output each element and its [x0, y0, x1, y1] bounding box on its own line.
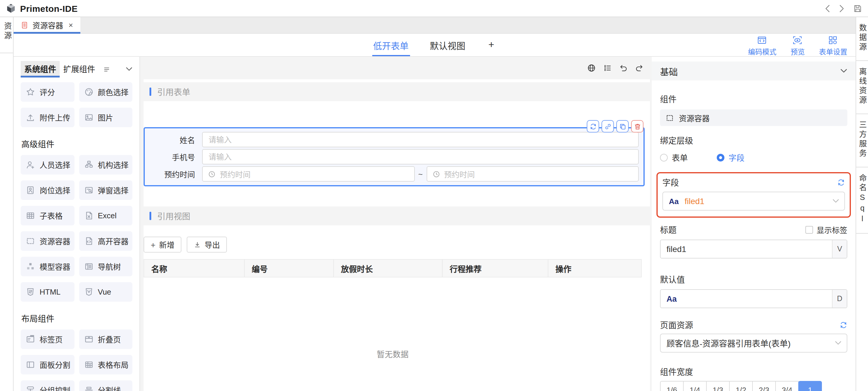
right-rail-item-offline-resources[interactable]: 离线资源: [856, 61, 868, 114]
palette-item-html[interactable]: HTML: [21, 282, 74, 302]
width-option-1-3[interactable]: 1/3: [706, 381, 730, 391]
palette-item-nav-tree[interactable]: 导航树: [79, 257, 132, 276]
palette-item-color-picker[interactable]: 颜色选择: [79, 82, 132, 102]
radio-field[interactable]: 字段: [717, 151, 773, 163]
tab-lowcode-form[interactable]: 低开表单: [373, 34, 409, 56]
width-option-3-4[interactable]: 3/4: [775, 381, 799, 391]
title-variable-button[interactable]: V: [832, 240, 847, 258]
redo-button[interactable]: [635, 64, 644, 72]
inspector-header[interactable]: 基础: [652, 61, 856, 80]
dashed-container-icon: [26, 236, 35, 246]
palette-item-excel[interactable]: Excel: [79, 206, 132, 225]
undo-button[interactable]: [619, 64, 627, 72]
download-icon: [194, 241, 201, 248]
palette-item-vue[interactable]: Vue: [79, 282, 132, 302]
section-referenced-view: 引用视图: [144, 206, 650, 225]
outline-list-icon: [603, 64, 612, 72]
width-option-1-2[interactable]: 1/2: [729, 381, 753, 391]
palette-item-subtable[interactable]: 子表格: [21, 206, 74, 225]
palette-item-collapse-page[interactable]: 折叠页: [79, 330, 132, 349]
palette-item-group-control[interactable]: 分组控制: [21, 380, 74, 391]
top-bar: Primeton-IDE: [0, 0, 868, 17]
width-option-full[interactable]: 1: [798, 381, 822, 391]
form-settings-button[interactable]: 表单设置: [819, 35, 847, 56]
clock-icon: [208, 170, 216, 178]
palette-item-attachment-upload[interactable]: 附件上传: [21, 108, 74, 127]
component-palette: 系统组件 扩展组件 评分: [13, 57, 140, 391]
name-input[interactable]: [202, 132, 639, 147]
add-row-button[interactable]: + 新增: [144, 236, 181, 253]
column-header-holiday-duration[interactable]: 放假时长: [334, 260, 442, 277]
palette-item-resource-container[interactable]: 资源容器: [21, 231, 74, 251]
page-resource-select[interactable]: 顾客信息-资源容器引用表单(表单): [660, 334, 847, 353]
palette-tab-extension[interactable]: 扩展组件: [60, 61, 99, 78]
add-view-tab-button[interactable]: +: [487, 39, 496, 51]
phone-input[interactable]: [202, 149, 639, 164]
outline-tree-button[interactable]: [603, 64, 612, 72]
palette-item-rating[interactable]: 评分: [21, 82, 74, 102]
time-end-picker[interactable]: 预约时间: [426, 166, 639, 181]
preview-button[interactable]: 预览: [790, 35, 805, 56]
globe-icon: [587, 64, 596, 72]
panel-split-icon: [26, 360, 35, 369]
palette-item-panel-split[interactable]: 面板分割: [21, 355, 74, 374]
right-rail-item-datasource[interactable]: 数据源: [856, 17, 868, 61]
selected-resource-container[interactable]: 姓名 手机号 预约时间: [144, 127, 645, 186]
export-button[interactable]: 导出: [187, 236, 227, 253]
copy-component-button[interactable]: [616, 120, 629, 133]
radio-form[interactable]: 表单: [660, 151, 717, 163]
form-document-icon: [21, 21, 28, 29]
palette-item-divider-line[interactable]: 分割线: [79, 380, 132, 391]
palette-item-procode-container[interactable]: 高开容器: [79, 231, 132, 251]
palette-item-table-layout[interactable]: 表格布局: [79, 355, 132, 374]
width-option-1-6[interactable]: 1/6: [660, 381, 684, 391]
title-input[interactable]: filed1: [660, 244, 832, 254]
field-select[interactable]: Aa filed1: [662, 192, 845, 211]
palette-item-model-container[interactable]: 模型容器: [21, 257, 74, 276]
palette-item-post-select[interactable]: 岗位选择: [21, 180, 74, 200]
code-mode-button[interactable]: 编码模式: [748, 35, 776, 56]
palette-item-person-select[interactable]: 人员选择: [21, 155, 74, 174]
link-component-button[interactable]: [601, 120, 614, 133]
radio-circle-icon: [660, 153, 668, 161]
default-value-dynamic-button[interactable]: D: [832, 290, 847, 308]
column-header-code[interactable]: 编号: [245, 260, 334, 277]
time-start-picker[interactable]: 预约时间: [202, 166, 414, 181]
i18n-button[interactable]: [587, 64, 596, 72]
column-header-name[interactable]: 名称: [144, 260, 245, 277]
palette-tab-system[interactable]: 系统组件: [21, 61, 60, 78]
form-field-time-range: 预约时间 预约时间 ~ 预约时间: [145, 166, 639, 181]
width-option-2-3[interactable]: 2/3: [752, 381, 776, 391]
sync-component-button[interactable]: [587, 120, 599, 133]
close-tab-icon[interactable]: ×: [68, 21, 73, 29]
doc-tab-resource-container[interactable]: 资源容器 ×: [13, 17, 80, 33]
column-header-actions[interactable]: 操作: [548, 260, 641, 277]
palette-item-org-select[interactable]: 机构选择: [79, 155, 132, 174]
palette-section-layout: 布局组件: [21, 312, 132, 324]
save-button[interactable]: [853, 4, 862, 13]
section-title: 引用视图: [157, 210, 190, 222]
palette-item-image[interactable]: 图片: [79, 108, 132, 127]
show-label-checkbox[interactable]: 显示标签: [805, 224, 847, 235]
column-header-trip-recommendation[interactable]: 行程推荐: [442, 260, 548, 277]
right-rail-item-named-sql[interactable]: 命名Sql: [856, 167, 868, 234]
delete-component-button[interactable]: [631, 120, 644, 133]
trash-icon: [634, 123, 641, 130]
refresh-page-resource-button[interactable]: [840, 321, 847, 329]
refresh-field-button[interactable]: [837, 178, 845, 186]
left-rail-item-resources[interactable]: 资源: [0, 17, 13, 53]
palette-list-icon[interactable]: [103, 66, 110, 73]
default-value-input[interactable]: Aa: [660, 294, 832, 303]
star-icon: [26, 88, 35, 96]
component-chip-label: 资源容器: [679, 112, 710, 123]
palette-item-popup-select[interactable]: 弹窗选择: [79, 180, 132, 200]
right-rail: 数据源 离线资源 三方服务 命名Sql: [856, 17, 868, 391]
history-back-button[interactable]: [825, 4, 830, 12]
width-option-1-4[interactable]: 1/4: [683, 381, 707, 391]
divider-line-icon: [84, 386, 93, 391]
history-forward-button[interactable]: [839, 4, 844, 12]
palette-collapse-chevron-icon[interactable]: [126, 67, 132, 72]
right-rail-item-third-party-services[interactable]: 三方服务: [856, 114, 868, 167]
palette-item-tab-page[interactable]: 标签页: [21, 330, 74, 349]
tab-default-view[interactable]: 默认视图: [430, 34, 465, 56]
